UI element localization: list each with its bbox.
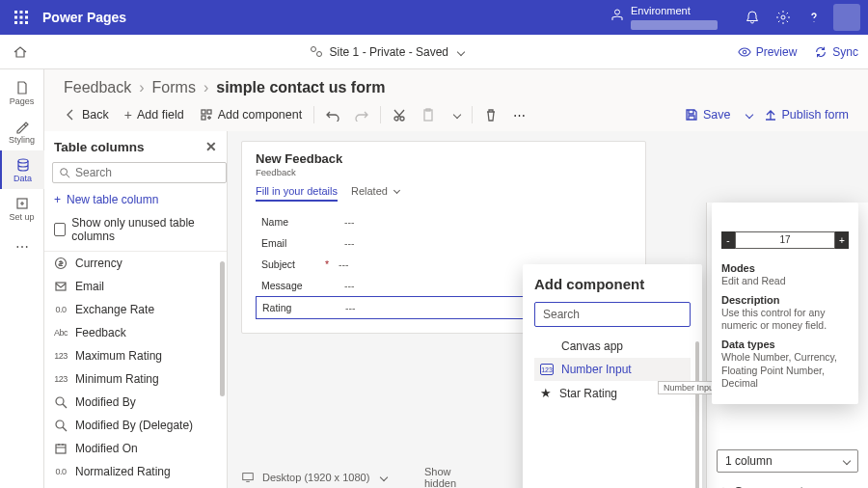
column-modified-by-delegate-[interactable]: Modified By (Delegate) <box>44 414 227 437</box>
rail-data[interactable]: Data <box>0 150 44 189</box>
show-hidden[interactable]: Show hidden <box>424 466 456 488</box>
scrollbar[interactable] <box>220 261 225 396</box>
svg-point-22 <box>61 169 68 176</box>
publish-button[interactable]: Publish form <box>764 108 849 122</box>
cut-button[interactable] <box>393 108 406 122</box>
column-maximum-rating[interactable]: 123Maximum Rating <box>44 344 227 367</box>
rail-setup[interactable]: Set up <box>0 189 44 228</box>
form-entity: Feedback <box>256 167 632 177</box>
datatypes-heading: Data types <box>721 339 849 350</box>
increment-button[interactable]: + <box>835 231 849 249</box>
environment-picker[interactable]: Environment <box>610 5 718 29</box>
overflow-menu[interactable]: ⋯ <box>513 108 526 122</box>
svg-rect-3 <box>14 16 17 19</box>
checkbox-icon[interactable] <box>54 223 66 236</box>
columns-search-input[interactable] <box>75 166 220 179</box>
svg-point-18 <box>394 117 398 121</box>
columns-dropdown[interactable]: 1 column <box>717 449 858 473</box>
comp-canvas-app[interactable]: Canvas app <box>534 335 691 358</box>
notifications-icon[interactable] <box>737 2 768 33</box>
site-name[interactable]: Site 1 - Private - Saved <box>330 45 448 59</box>
svg-rect-15 <box>202 110 205 114</box>
decrement-button[interactable]: - <box>721 231 735 249</box>
column-minimum-rating[interactable]: 123Minimum Rating <box>44 367 227 391</box>
undo-button[interactable] <box>326 108 339 122</box>
column-owner[interactable]: Owner <box>44 483 227 488</box>
crumb-forms[interactable]: Forms <box>152 79 196 96</box>
redo-button[interactable] <box>355 108 368 122</box>
svg-rect-6 <box>14 21 17 24</box>
preview-button[interactable]: Preview <box>738 45 798 59</box>
environment-label: Environment <box>631 5 718 17</box>
svg-point-25 <box>56 397 64 405</box>
svg-rect-29 <box>243 474 254 480</box>
column-modified-by[interactable]: Modified By <box>44 391 227 414</box>
comp-number-input[interactable]: 123Number Input <box>534 358 691 381</box>
field-email[interactable]: Email--- <box>256 232 632 254</box>
svg-point-10 <box>311 46 315 51</box>
component-info-card: - 17 + Modes Edit and Read Description U… <box>712 203 858 404</box>
app-launcher-icon[interactable] <box>8 4 35 31</box>
save-button[interactable]: Save <box>685 108 731 122</box>
svg-point-9 <box>781 15 785 19</box>
unused-toggle[interactable]: Show only unused table columns <box>44 212 227 252</box>
paste-menu[interactable] <box>450 112 460 118</box>
star-icon: ★ <box>540 386 552 400</box>
environment-value <box>631 20 718 30</box>
add-field-button[interactable]: +Add field <box>124 108 184 122</box>
modes-heading: Modes <box>721 262 849 274</box>
rail-styling[interactable]: Styling <box>0 112 44 150</box>
column-exchange-rate[interactable]: 0.0Exchange Rate <box>44 298 227 321</box>
add-component-button[interactable]: Add component <box>200 108 303 122</box>
device-label[interactable]: Desktop (1920 x 1080) <box>262 472 369 483</box>
svg-rect-8 <box>25 21 28 24</box>
back-button[interactable]: Back <box>64 108 109 122</box>
settings-icon[interactable] <box>768 2 799 33</box>
breadcrumb: Feedback› Forms› simple contact us form <box>44 69 868 102</box>
flyout-title: Add component <box>534 276 691 292</box>
device-icon <box>241 471 255 484</box>
svg-point-13 <box>18 159 28 163</box>
delete-button[interactable] <box>484 108 498 122</box>
scrollbar[interactable] <box>695 341 699 488</box>
crumb-feedback[interactable]: Feedback <box>64 79 131 96</box>
svg-rect-5 <box>25 16 28 19</box>
column-feedback[interactable]: AbcFeedback <box>44 321 227 344</box>
svg-point-26 <box>56 420 64 428</box>
column-normalized-rating[interactable]: 0.0Normalized Rating <box>44 460 227 483</box>
field-name[interactable]: Name--- <box>256 211 632 232</box>
app-title: Power Pages <box>42 10 126 25</box>
save-menu-chevron[interactable] <box>745 111 752 119</box>
svg-rect-0 <box>14 11 17 14</box>
columns-search[interactable] <box>52 162 227 183</box>
home-icon[interactable] <box>6 38 35 67</box>
chevron-down-icon[interactable] <box>380 474 388 481</box>
help-icon[interactable] <box>799 2 829 33</box>
svg-rect-2 <box>25 11 28 14</box>
datatypes-value: Whole Number, Currency, Floating Point N… <box>721 351 849 391</box>
svg-rect-24 <box>56 283 66 290</box>
stepper-value: 17 <box>735 231 835 249</box>
close-icon[interactable]: ✕ <box>205 139 217 154</box>
modes-value: Edit and Read <box>721 275 849 288</box>
new-table-column[interactable]: +New table column <box>44 187 227 212</box>
components-section[interactable]: Components <box>717 484 858 488</box>
tab-details[interactable]: Fill in your details <box>256 185 338 202</box>
tab-related[interactable]: Related <box>351 185 399 202</box>
chevron-down-icon[interactable] <box>457 47 465 55</box>
component-search[interactable]: Search <box>534 302 691 327</box>
svg-rect-1 <box>20 11 23 14</box>
number-input-icon: 123 <box>540 364 554 375</box>
svg-rect-27 <box>56 445 66 453</box>
sync-button[interactable]: Sync <box>814 45 858 59</box>
paste-button[interactable] <box>421 108 435 122</box>
svg-rect-17 <box>202 116 205 120</box>
column-email[interactable]: Email <box>44 275 227 298</box>
editor-toolbar: Back +Add field Add component ⋯ Save Pub… <box>44 102 868 131</box>
column-currency[interactable]: Currency <box>44 252 227 275</box>
column-modified-on[interactable]: Modified On <box>44 437 227 460</box>
rail-more[interactable]: ⋯ <box>0 228 44 266</box>
description-heading: Description <box>721 294 849 306</box>
rail-pages[interactable]: Pages <box>0 73 44 112</box>
user-avatar[interactable] <box>833 4 860 31</box>
